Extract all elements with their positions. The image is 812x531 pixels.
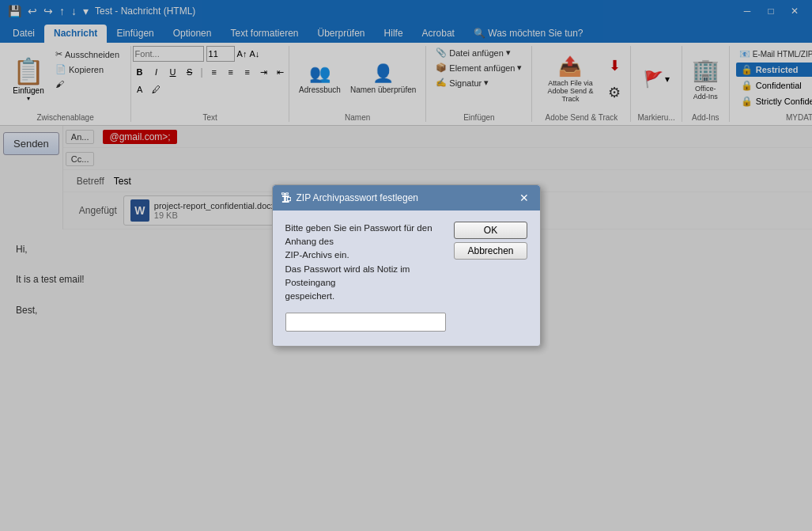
modal-icon: 🗜 (281, 192, 292, 204)
cancel-button[interactable]: Abbrechen (454, 242, 527, 260)
zip-password-modal: 🗜 ZIP Archivpasswort festlegen ✕ Bitte g… (272, 184, 541, 347)
modal-body: Bitte geben Sie ein Passwort für den Anh… (273, 211, 540, 347)
modal-buttons: OK Abbrechen (454, 222, 527, 336)
modal-overlay: 🗜 ZIP Archivpasswort festlegen ✕ Bitte g… (0, 0, 812, 531)
modal-content: Bitte geben Sie ein Passwort für den Anh… (285, 222, 527, 336)
password-input[interactable] (285, 313, 447, 332)
modal-text1: Bitte geben Sie ein Passwort für den Anh… (285, 222, 447, 304)
modal-header: 🗜 ZIP Archivpasswort festlegen ✕ (273, 185, 540, 211)
modal-title: ZIP Archivpasswort festlegen (296, 192, 419, 203)
ok-button[interactable]: OK (454, 222, 527, 239)
modal-header-content: 🗜 ZIP Archivpasswort festlegen (281, 192, 419, 204)
modal-close-button[interactable]: ✕ (516, 190, 532, 206)
modal-text-area: Bitte geben Sie ein Passwort für den Anh… (285, 222, 447, 336)
